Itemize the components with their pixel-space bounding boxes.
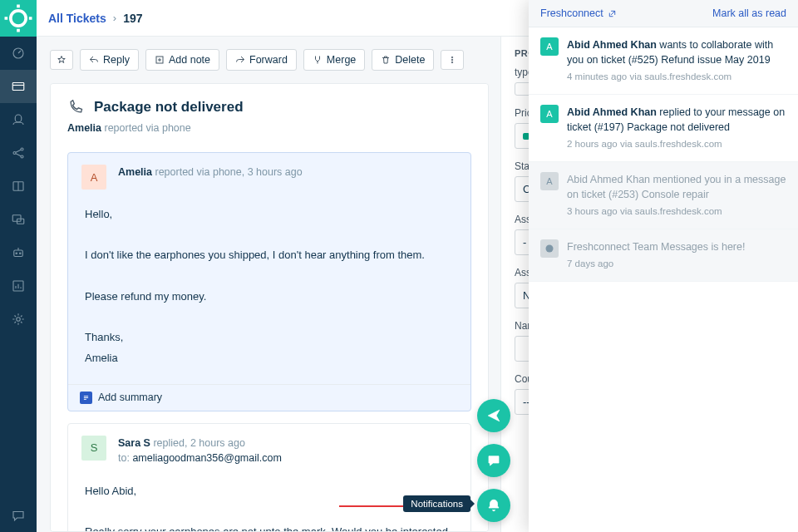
notification-item[interactable]: Freshconnect Team Messages is here!7 day… bbox=[529, 229, 798, 282]
freshconnect-panel: Freshconnect Mark all as read A Abid Ahm… bbox=[529, 0, 798, 532]
message-card-agent: S Sara S replied, 2 hours ago to: amelia… bbox=[67, 423, 471, 533]
svg-point-11 bbox=[16, 253, 17, 254]
nav-bot[interactable] bbox=[0, 236, 37, 269]
forward-button[interactable]: Forward bbox=[226, 49, 297, 71]
send-fab[interactable] bbox=[477, 399, 510, 432]
ticket-title: Package not delivered bbox=[94, 99, 244, 116]
notification-meta: 4 minutes ago via sauls.freshdesk.com bbox=[567, 70, 786, 84]
breadcrumb-current: 197 bbox=[123, 12, 142, 25]
add-note-button[interactable]: Add note bbox=[145, 49, 219, 71]
svg-rect-2 bbox=[12, 83, 24, 91]
delete-button[interactable]: Delete bbox=[372, 49, 434, 71]
svg-point-19 bbox=[546, 244, 554, 252]
reporter-name: Amelia bbox=[67, 122, 101, 134]
reported-via: reported via phone bbox=[104, 122, 190, 134]
nav-contacts[interactable] bbox=[0, 103, 37, 136]
freshconnect-link[interactable]: Freshconnect bbox=[540, 7, 617, 19]
chat-fab[interactable] bbox=[477, 444, 510, 477]
notification-meta: 7 days ago bbox=[567, 257, 745, 271]
svg-point-14 bbox=[17, 318, 21, 322]
nav-rail bbox=[0, 0, 37, 532]
notification-item[interactable]: A Abid Ahmed Khan replied to your messag… bbox=[529, 95, 798, 162]
message-meta: replied, 2 hours ago bbox=[153, 437, 245, 449]
message-meta: reported via phone, 3 hours ago bbox=[155, 166, 302, 178]
svg-point-18 bbox=[452, 62, 454, 63]
avatar: S bbox=[81, 436, 106, 461]
avatar: A bbox=[540, 172, 559, 190]
nav-dashboard[interactable] bbox=[0, 37, 37, 70]
svg-rect-10 bbox=[14, 250, 23, 257]
nav-tickets[interactable] bbox=[0, 70, 37, 103]
nav-reports[interactable] bbox=[0, 269, 37, 303]
svg-point-4 bbox=[13, 152, 16, 155]
svg-rect-3 bbox=[15, 115, 22, 122]
notifications-tooltip: Notifications bbox=[403, 495, 470, 512]
to-label: to: bbox=[118, 452, 130, 464]
svg-point-0 bbox=[11, 11, 26, 26]
message-card-customer: A Amelia reported via phone, 3 hours ago… bbox=[67, 152, 471, 411]
nav-admin[interactable] bbox=[0, 303, 37, 336]
message-author: Sara S bbox=[118, 437, 150, 449]
message-body: Hello, I don't like the earphones you sh… bbox=[68, 201, 470, 384]
svg-point-5 bbox=[21, 148, 23, 150]
summary-icon bbox=[80, 392, 92, 404]
avatar: A bbox=[81, 165, 106, 190]
notifications-fab[interactable] bbox=[477, 489, 510, 522]
svg-point-12 bbox=[20, 253, 22, 254]
nav-forums[interactable] bbox=[0, 203, 37, 236]
merge-button[interactable]: Merge bbox=[303, 49, 365, 71]
reply-button[interactable]: Reply bbox=[80, 49, 139, 71]
add-summary-button[interactable]: Add summary bbox=[80, 392, 459, 404]
phone-icon bbox=[67, 99, 84, 116]
message-author: Amelia bbox=[118, 166, 152, 178]
notification-meta: 3 hours ago via sauls.freshdesk.com bbox=[567, 204, 786, 219]
more-button[interactable] bbox=[441, 50, 464, 70]
ticket-content: Package not delivered Amelia reported vi… bbox=[50, 83, 489, 532]
notification-meta: 2 hours ago via sauls.freshdesk.com bbox=[567, 137, 786, 151]
nav-solutions[interactable] bbox=[0, 170, 37, 203]
notification-item[interactable]: A Abid Ahmed Khan mentioned you in a mes… bbox=[529, 162, 798, 229]
star-button[interactable] bbox=[50, 50, 73, 70]
notification-item[interactable]: A Abid Ahmed Khan wants to collaborate w… bbox=[529, 27, 798, 95]
freshconnect-icon bbox=[540, 239, 559, 258]
avatar: A bbox=[540, 37, 559, 56]
nav-freshconnect[interactable] bbox=[0, 499, 37, 532]
svg-point-16 bbox=[452, 57, 454, 58]
nav-social[interactable] bbox=[0, 136, 37, 170]
svg-point-6 bbox=[21, 155, 23, 158]
chevron-right-icon: › bbox=[113, 12, 116, 24]
avatar: A bbox=[540, 105, 559, 123]
breadcrumb-root[interactable]: All Tickets bbox=[48, 12, 106, 25]
mark-all-read-link[interactable]: Mark all as read bbox=[712, 7, 786, 19]
to-value: ameliagoodman356@gmail.com bbox=[132, 452, 281, 464]
external-link-icon bbox=[608, 9, 617, 18]
brand-tile[interactable] bbox=[0, 0, 37, 37]
ticket-toolbar: Reply Add note Forward Merge Delete bbox=[50, 45, 489, 75]
svg-point-17 bbox=[452, 59, 454, 61]
fab-column bbox=[477, 399, 510, 522]
